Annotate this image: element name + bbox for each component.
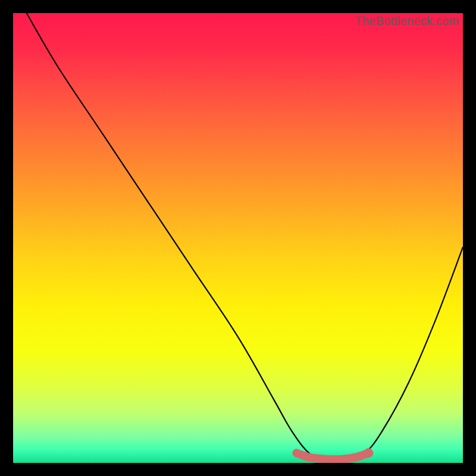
- chart-container: TheBottleneck.com: [0, 0, 476, 476]
- watermark-text: TheBottleneck.com: [355, 14, 459, 28]
- optimal-range-end-dot: [364, 448, 373, 458]
- bottleneck-curve-path: [27, 13, 463, 462]
- plot-area: TheBottleneck.com: [12, 12, 464, 464]
- optimal-range-highlight: [296, 453, 368, 459]
- curve-layer: [13, 13, 463, 463]
